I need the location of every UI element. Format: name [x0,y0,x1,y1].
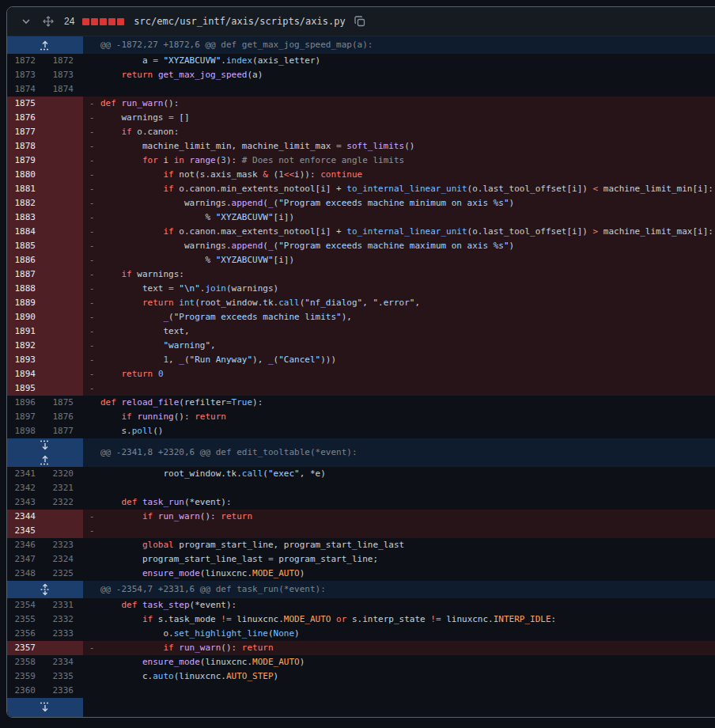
old-line-number[interactable]: 2345 [7,524,45,538]
new-line-number[interactable]: 2333 [45,627,83,641]
new-line-number[interactable]: 1873 [45,68,83,82]
old-line-number[interactable]: 1898 [7,424,45,438]
old-line-number[interactable]: 2348 [7,567,45,581]
new-line-number[interactable] [45,111,83,125]
new-line-number[interactable] [45,353,83,367]
old-line-number[interactable]: 1882 [7,196,45,210]
old-line-number[interactable]: 1887 [7,267,45,282]
old-line-number[interactable]: 1883 [7,210,45,225]
old-line-number[interactable]: 2346 [7,538,45,552]
old-line-number[interactable]: 1884 [7,225,45,239]
old-line-number[interactable]: 1877 [7,125,45,139]
old-line-number[interactable]: 2359 [7,669,45,684]
old-line-number[interactable]: 1873 [7,68,45,82]
new-line-number[interactable]: 2332 [45,612,83,627]
new-line-number[interactable]: 2325 [45,567,83,581]
old-line-number[interactable]: 2347 [7,552,45,567]
new-line-number[interactable]: 1874 [45,82,83,97]
diff-marker [83,424,100,438]
new-line-number[interactable] [45,282,83,296]
new-line-number[interactable] [45,253,83,267]
old-line-number[interactable]: 1880 [7,168,45,182]
old-line-number[interactable]: 1895 [7,381,45,396]
new-line-number[interactable]: 2321 [45,481,83,495]
expand-down-button[interactable] [7,698,83,717]
new-line-number[interactable] [45,182,83,196]
new-line-number[interactable] [45,168,83,182]
old-line-number[interactable]: 2354 [7,598,45,612]
new-line-number[interactable] [45,381,83,396]
copy-path-button[interactable] [352,13,368,29]
old-line-number[interactable]: 2360 [7,684,45,698]
old-line-number[interactable]: 1888 [7,282,45,296]
new-line-number[interactable] [45,310,83,324]
expand-up-button[interactable] [7,453,83,467]
old-line-number[interactable]: 1879 [7,154,45,168]
new-line-number[interactable] [45,641,83,655]
old-line-number[interactable]: 1872 [7,54,45,68]
code-token: : [551,614,557,624]
old-line-number[interactable]: 1893 [7,353,45,367]
old-line-number[interactable]: 1890 [7,310,45,324]
old-line-number[interactable]: 1875 [7,97,45,111]
code-token: in [174,155,184,165]
old-line-number[interactable]: 2355 [7,612,45,627]
old-line-number[interactable]: 2342 [7,481,45,495]
expand-both-button[interactable] [7,581,83,598]
new-line-number[interactable] [45,324,83,339]
new-line-number[interactable] [45,510,83,524]
diff-row-deletion: 1894- return 0 [7,367,715,381]
old-line-number[interactable]: 2344 [7,510,45,524]
old-line-number[interactable]: 1878 [7,139,45,154]
old-line-number[interactable]: 1892 [7,339,45,353]
code-token: o.canon: [132,127,180,137]
new-line-number[interactable]: 2335 [45,669,83,684]
old-line-number[interactable]: 1897 [7,410,45,424]
file-path-link[interactable]: src/emc/usr_intf/axis/scripts/axis.py [134,16,345,27]
new-line-number[interactable]: 1876 [45,410,83,424]
new-line-number[interactable]: 2331 [45,598,83,612]
new-line-number[interactable]: 2324 [45,552,83,567]
new-line-number[interactable] [45,139,83,154]
old-line-number[interactable]: 2357 [7,641,45,655]
new-line-number[interactable] [45,296,83,310]
old-line-number[interactable]: 1886 [7,253,45,267]
code-token [100,614,142,624]
old-line-number[interactable]: 2358 [7,655,45,669]
new-line-number[interactable] [45,524,83,538]
old-line-number[interactable]: 1896 [7,396,45,410]
old-line-number[interactable]: 1876 [7,111,45,125]
old-line-number[interactable]: 1885 [7,239,45,253]
new-line-number[interactable] [45,267,83,282]
old-line-number[interactable]: 1874 [7,82,45,97]
new-line-number[interactable]: 1877 [45,424,83,438]
new-line-number[interactable] [45,239,83,253]
drag-handle[interactable] [40,13,56,29]
new-line-number[interactable] [45,125,83,139]
expand-up-button[interactable] [7,36,83,54]
new-line-number[interactable]: 1875 [45,396,83,410]
new-line-number[interactable] [45,367,83,381]
collapse-file-button[interactable] [18,13,34,29]
new-line-number[interactable] [45,97,83,111]
new-line-number[interactable] [45,196,83,210]
new-line-number[interactable]: 2334 [45,655,83,669]
new-line-number[interactable]: 2320 [45,467,83,481]
new-line-number[interactable]: 2323 [45,538,83,552]
new-line-number[interactable] [45,339,83,353]
new-line-number[interactable] [45,154,83,168]
old-line-number[interactable]: 1881 [7,182,45,196]
old-line-number[interactable]: 1889 [7,296,45,310]
old-line-number[interactable]: 1894 [7,367,45,381]
old-line-number[interactable]: 1891 [7,324,45,339]
new-line-number[interactable]: 2322 [45,495,83,510]
new-line-number[interactable] [45,225,83,239]
old-line-number[interactable]: 2341 [7,467,45,481]
new-line-number[interactable]: 1872 [45,54,83,68]
new-line-number[interactable]: 2336 [45,684,83,698]
old-line-number[interactable]: 2356 [7,627,45,641]
code-token: linuxcnc. [441,614,494,624]
old-line-number[interactable]: 2343 [7,495,45,510]
new-line-number[interactable] [45,210,83,225]
expand-down-button[interactable] [7,438,83,453]
